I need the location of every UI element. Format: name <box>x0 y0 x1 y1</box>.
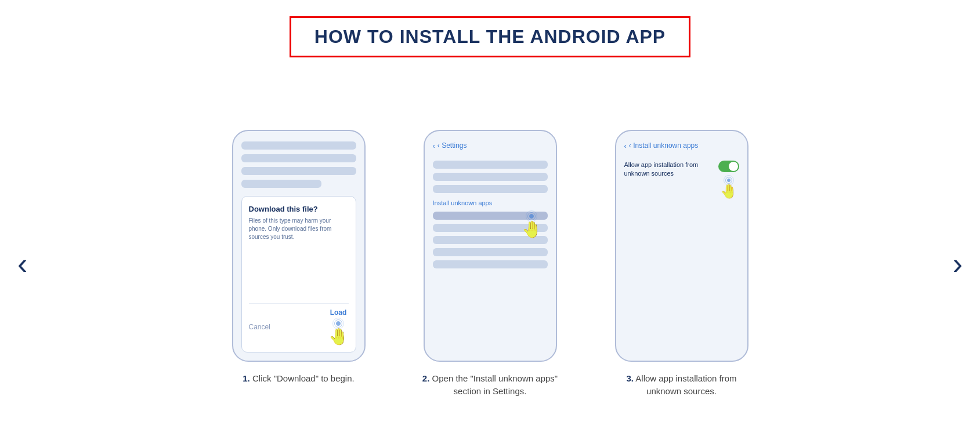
load-button[interactable]: Load 🤚 <box>328 308 349 346</box>
slide-3: ‹ ‹ Install unknown apps Allow app insta… <box>603 130 760 398</box>
install-back-label: ‹ Install unknown apps <box>629 141 698 150</box>
hand-icon-3: 🤚 <box>720 183 737 199</box>
step-2-label: 2. Open the "Install unknown apps" secti… <box>418 372 563 398</box>
hand-icon-2: 🤚 <box>522 220 542 239</box>
step-3-text: Allow app installation from unknown sour… <box>635 373 736 397</box>
prev-button[interactable]: ‹ <box>0 249 45 279</box>
step-1-label: 1. Click "Download" to begin. <box>243 372 354 386</box>
bar-1-3 <box>241 167 356 175</box>
phone-3: ‹ ‹ Install unknown apps Allow app insta… <box>615 130 748 362</box>
step-3-num: 3. <box>626 373 634 383</box>
bar-1-4 <box>241 180 322 188</box>
title-box: HOW TO INSTALL THE ANDROID APP <box>290 16 690 57</box>
load-label: Load <box>330 308 347 317</box>
toggle-switch[interactable] <box>718 161 739 172</box>
touch-indicator-1: 🤚 <box>328 318 349 346</box>
settings-back-label: ‹ Settings <box>437 141 467 150</box>
install-header: ‹ ‹ Install unknown apps <box>624 141 739 150</box>
phone-3-inner: ‹ ‹ Install unknown apps Allow app insta… <box>624 141 739 352</box>
slides-area: Download this file? Files of this type m… <box>45 130 935 398</box>
bar-1-1 <box>241 141 356 150</box>
hand-icon-1: 🤚 <box>328 327 349 346</box>
slide-1: Download this file? Files of this type m… <box>220 130 377 386</box>
cancel-label: Cancel <box>249 323 270 331</box>
settings-row-3 <box>433 185 548 193</box>
back-arrow-icon-3: ‹ <box>624 141 627 150</box>
install-content: Allow app installation from unknown sour… <box>624 161 739 352</box>
settings-header: ‹ ‹ Settings <box>433 141 548 150</box>
phone-2-inner: ‹ ‹ Settings Install unknown apps <box>433 141 548 352</box>
step-3-label: 3. Allow app installation from unknown s… <box>609 372 754 398</box>
settings-row-7 <box>433 260 548 268</box>
step-1-text: Click "Download" to begin. <box>252 373 355 383</box>
bar-1-2 <box>241 154 356 162</box>
install-label-text: Allow app installation from unknown sour… <box>624 161 706 179</box>
touch-indicator-3: 🤚 <box>720 176 737 199</box>
page-title: HOW TO INSTALL THE ANDROID APP <box>314 26 666 47</box>
settings-rows: Install unknown apps 🤚 <box>433 161 548 352</box>
step-2-text: Open the "Install unknown apps" section … <box>432 373 558 397</box>
touch-indicator-2: 🤚 <box>522 210 542 239</box>
next-button[interactable]: › <box>935 249 980 279</box>
install-link[interactable]: Install unknown apps <box>433 199 548 206</box>
install-label-row: Allow app installation from unknown sour… <box>624 161 739 199</box>
dialog-body: Files of this type may harm your phone. … <box>249 217 349 297</box>
back-arrow-icon: ‹ <box>433 141 435 150</box>
settings-row-1 <box>433 161 548 169</box>
carousel: ‹ Download this file? Files of this type… <box>0 81 980 447</box>
dialog-title: Download this file? <box>249 205 349 213</box>
step-2-num: 2. <box>422 373 430 383</box>
phone-1-inner: Download this file? Files of this type m… <box>241 141 356 352</box>
phone-2: ‹ ‹ Settings Install unknown apps <box>424 130 557 362</box>
settings-row-6 <box>433 248 548 256</box>
slide-2: ‹ ‹ Settings Install unknown apps <box>412 130 569 398</box>
step-1-num: 1. <box>243 373 250 383</box>
settings-row-2 <box>433 173 548 181</box>
dialog-actions: Cancel Load 🤚 <box>249 303 349 346</box>
phone-1: Download this file? Files of this type m… <box>232 130 366 362</box>
download-dialog: Download this file? Files of this type m… <box>241 196 356 352</box>
settings-row-active: 🤚 <box>433 212 548 220</box>
